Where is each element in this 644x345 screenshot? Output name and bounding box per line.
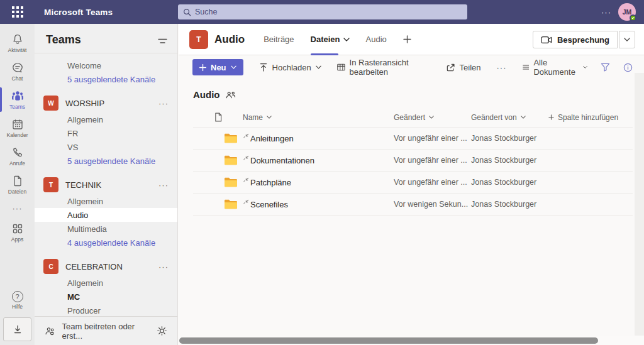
rail-item-files[interactable]: Dateien — [0, 170, 35, 199]
channel-item-audio-selected[interactable]: Audio — [35, 208, 177, 222]
column-name[interactable]: Name — [243, 113, 394, 122]
team-technik[interactable]: T TECHNIK ··· — [35, 175, 177, 194]
teams-list: Welcome 5 ausgeblendete Kanäle W WORSHIP… — [35, 53, 177, 317]
view-selector[interactable]: Alle Dokumente — [523, 58, 587, 77]
info-icon — [623, 63, 633, 72]
info-button[interactable] — [623, 63, 633, 72]
search-box[interactable] — [178, 4, 467, 19]
chevron-down-icon — [429, 116, 434, 119]
column-modified-by[interactable]: Geändert von — [471, 113, 548, 122]
add-column-button[interactable]: Spalte hinzufügen — [548, 113, 633, 122]
channel-item[interactable]: Producer — [35, 304, 177, 317]
file-type-column-button[interactable] — [214, 112, 243, 122]
team-celebration[interactable]: C CELEBRATION ··· — [35, 257, 177, 276]
channel-item[interactable]: FR — [35, 126, 177, 140]
download-icon — [13, 324, 23, 334]
tab-dateien[interactable]: Dateien — [311, 24, 350, 55]
hidden-channels-link[interactable]: 5 ausgeblendete Kanäle — [35, 154, 177, 168]
channel-item[interactable]: Allgemein — [35, 276, 177, 290]
filter-button[interactable] — [601, 63, 610, 72]
tab-beitraege[interactable]: Beiträge — [264, 24, 294, 55]
join-team-label: Team beitreten oder erst... — [62, 322, 150, 341]
meeting-button[interactable]: Besprechung — [533, 31, 618, 48]
upload-button[interactable]: Hochladen — [259, 63, 321, 72]
rail-item-activity[interactable]: Aktivität — [0, 29, 35, 57]
teams-sidebar: Teams Welcome 5 ausgeblendete Kanäle W W… — [35, 24, 178, 345]
channel-item[interactable]: VS — [35, 140, 177, 154]
file-modified-by: Jonas Stockburger — [471, 200, 548, 209]
files-breadcrumb-title: Audio — [193, 89, 220, 100]
channel-welcome[interactable]: Welcome — [35, 58, 177, 72]
files-list: Audio Name Geändert Geändert v — [179, 85, 644, 216]
filter-lines-icon — [158, 38, 167, 44]
channel-item-unread[interactable]: MC — [35, 290, 177, 304]
file-row[interactable]: Patchpläne Vor ungefähr einer ... Jonas … — [193, 172, 633, 194]
toolbar-more-button[interactable]: ··· — [497, 63, 507, 72]
team-more-button[interactable]: ··· — [158, 180, 169, 190]
meeting-split-button: Besprechung — [533, 31, 635, 48]
rail-item-calls[interactable]: Anrufe — [0, 142, 35, 170]
team-more-button[interactable]: ··· — [158, 262, 169, 271]
app-rail: Aktivität Chat Teams Kalender Anrufe Dat… — [0, 24, 35, 345]
horizontal-scrollbar-thumb[interactable] — [179, 337, 598, 344]
team-more-button[interactable]: ··· — [158, 99, 169, 108]
file-row[interactable]: Scenefiles Vor wenigen Sekun... Jonas St… — [193, 194, 633, 216]
team-worship[interactable]: W WORSHIP ··· — [35, 94, 177, 112]
hidden-channels-link[interactable]: 4 ausgeblendete Kanäle — [35, 236, 177, 249]
plus-icon — [403, 35, 411, 43]
new-button[interactable]: Neu — [192, 59, 243, 75]
gear-icon — [157, 326, 167, 336]
file-modified: Vor wenigen Sekun... — [394, 200, 471, 209]
share-button[interactable]: Teilen — [446, 63, 481, 72]
app-launcher-button[interactable] — [0, 0, 35, 24]
topbar-more-button[interactable]: ··· — [601, 0, 611, 24]
chevron-down-icon — [316, 65, 321, 69]
toolbar-right-group: Alle Dokumente — [523, 58, 633, 77]
meeting-options-button[interactable] — [619, 31, 635, 48]
horizontal-scrollbar[interactable] — [179, 336, 644, 345]
rail-item-calendar[interactable]: Kalender — [0, 114, 35, 142]
file-row[interactable]: Dokumentationen Vor ungefähr einer ... J… — [193, 150, 633, 172]
team-name: WORSHIP — [65, 99, 104, 108]
rail-item-help[interactable]: ? Hilfe — [0, 287, 35, 314]
channel-item[interactable]: Allgemein — [35, 194, 177, 208]
chevron-down-icon — [583, 65, 587, 69]
user-avatar[interactable]: JM — [618, 3, 636, 21]
hidden-channels-link[interactable]: 5 ausgeblendete Kanäle — [35, 72, 177, 86]
new-item-icon — [243, 155, 249, 161]
rail-more-button[interactable]: ··· — [0, 199, 35, 218]
calendar-icon — [11, 118, 24, 131]
file-icon — [11, 175, 24, 187]
channel-filter-button[interactable] — [158, 36, 167, 44]
folder-cell — [225, 199, 243, 209]
folder-icon — [225, 199, 237, 209]
search-input[interactable] — [195, 8, 462, 16]
chevron-down-icon — [231, 65, 236, 69]
rail-item-teams[interactable]: Teams — [0, 85, 35, 114]
file-name: Dokumentationen — [250, 156, 314, 165]
rail-item-apps[interactable]: Apps — [0, 218, 35, 246]
search-icon — [183, 8, 191, 16]
file-modified-by: Jonas Stockburger — [471, 134, 548, 143]
rail-item-chat[interactable]: Chat — [0, 57, 35, 85]
download-app-button[interactable] — [3, 317, 31, 341]
new-item-icon — [243, 177, 249, 183]
join-or-create-team-button[interactable]: Team beitreten oder erst... — [35, 316, 177, 345]
file-row[interactable]: Anleitungen Vor ungefähr einer ... Jonas… — [193, 128, 633, 150]
channel-item[interactable]: Allgemein — [35, 112, 177, 126]
waffle-icon — [12, 6, 23, 18]
chat-icon — [11, 62, 24, 74]
vertical-scrollbar[interactable] — [635, 73, 644, 336]
channel-title: Audio — [214, 33, 245, 46]
grid-edit-button[interactable]: In Rasteransicht bearbeiten — [337, 58, 430, 77]
manage-teams-gear-button[interactable] — [157, 326, 167, 336]
column-modified[interactable]: Geändert — [394, 113, 471, 122]
channel-item[interactable]: Multimedia — [35, 222, 177, 236]
shared-people-icon[interactable] — [226, 90, 236, 99]
chevron-down-icon — [521, 116, 526, 119]
apps-icon — [11, 222, 24, 235]
add-tab-button[interactable] — [403, 24, 411, 55]
tab-audio[interactable]: Audio — [366, 24, 387, 55]
share-icon — [446, 63, 455, 72]
people-icon — [226, 91, 236, 99]
